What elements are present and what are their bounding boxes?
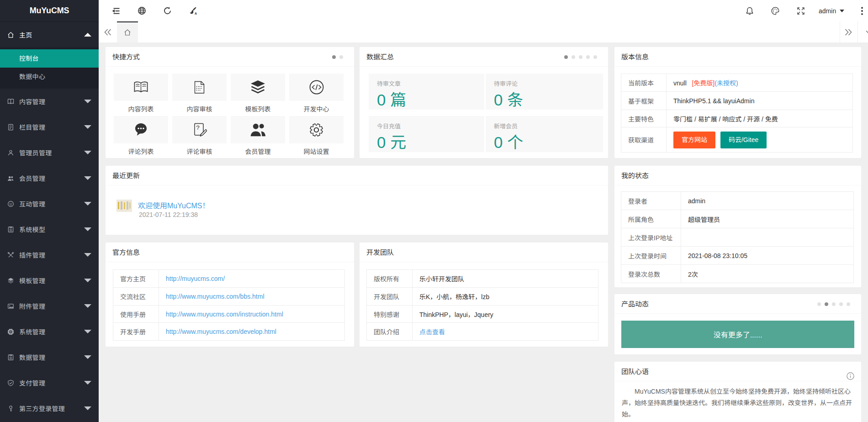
- svg-text:?: ?: [196, 124, 200, 131]
- svg-text:A: A: [195, 12, 197, 15]
